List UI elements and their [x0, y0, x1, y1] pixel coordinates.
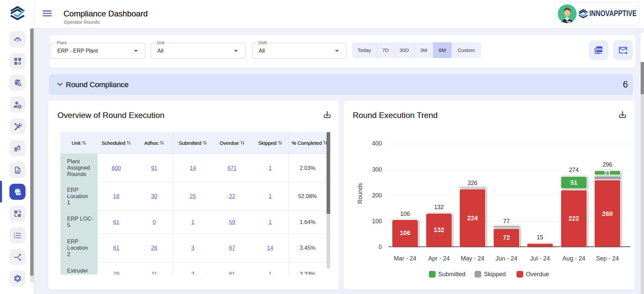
svg-text:INNOVAPPTIVE: INNOVAPPTIVE: [589, 10, 637, 17]
